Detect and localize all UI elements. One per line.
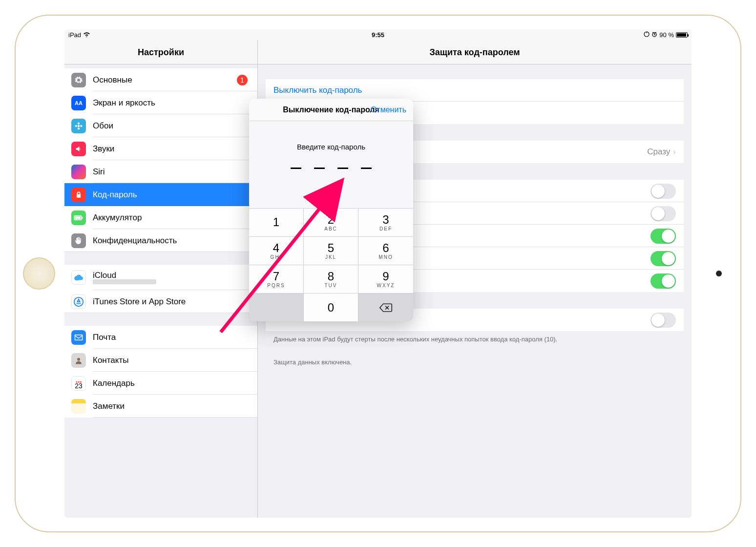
- alarm-icon: [651, 31, 657, 39]
- status-bar: iPad 9:55 90 %: [64, 29, 692, 40]
- key-4[interactable]: 4GHI: [249, 236, 304, 265]
- cloud-icon: [71, 270, 86, 285]
- svg-point-4: [78, 127, 80, 130]
- sidebar-item-mail[interactable]: Почта: [64, 326, 257, 349]
- appstore-icon: [71, 295, 86, 309]
- sidebar-item-itunes[interactable]: iTunes Store и App Store: [64, 290, 257, 313]
- sidebar-item-label: Экран и яркость: [93, 98, 155, 108]
- link-label: Выключить код-пароль: [273, 85, 362, 95]
- switch[interactable]: [651, 229, 676, 244]
- sidebar-item-battery[interactable]: Аккумулятор: [64, 206, 257, 229]
- sidebar-item-label: Конфиденциальность: [93, 236, 177, 246]
- sidebar-item-general[interactable]: Основные 1: [64, 68, 257, 91]
- detail-title: Защита код-паролем: [258, 40, 692, 64]
- key-blank: [249, 293, 304, 321]
- battery-icon: [71, 210, 86, 225]
- sidebar-item-label: Аккумулятор: [93, 213, 142, 223]
- footnote-protection: Защита данных включена.: [258, 354, 692, 370]
- battery-pct: 90 %: [659, 31, 674, 39]
- backspace-icon: [379, 303, 393, 313]
- key-0[interactable]: 0: [304, 293, 358, 321]
- carrier-label: iPad: [68, 31, 81, 39]
- sidebar-item-sounds[interactable]: Звуки: [64, 137, 257, 160]
- sidebar-item-label: iCloud: [93, 271, 156, 280]
- wifi-icon: [83, 31, 90, 39]
- sidebar-item-label: Заметки: [93, 401, 125, 411]
- sidebar-item-contacts[interactable]: Контакты: [64, 349, 257, 372]
- key-2[interactable]: 2ABC: [304, 208, 358, 236]
- svg-point-5: [75, 125, 78, 127]
- sidebar-item-calendar[interactable]: ●●●23 Календарь: [64, 372, 257, 395]
- mail-icon: [71, 330, 86, 345]
- icloud-account: [93, 279, 156, 284]
- sidebar-item-label: Контакты: [93, 356, 128, 365]
- sidebar-item-siri[interactable]: Siri: [64, 160, 257, 183]
- switch[interactable]: [651, 251, 676, 266]
- switch[interactable]: [651, 184, 676, 199]
- sidebar-item-label: Обои: [93, 121, 113, 131]
- key-3[interactable]: 3DEF: [358, 208, 413, 236]
- sidebar-item-label: Основные: [93, 75, 132, 85]
- svg-rect-9: [82, 217, 83, 218]
- svg-point-2: [78, 125, 80, 127]
- modal-header: Выключение код-пароля Отменить: [249, 99, 413, 121]
- badge: 1: [237, 75, 248, 85]
- passcode-modal: Выключение код-пароля Отменить Введите к…: [249, 99, 413, 321]
- screen: iPad 9:55 90 % Настройки: [64, 29, 692, 518]
- sidebar-item-icloud[interactable]: iCloud: [64, 265, 257, 290]
- rotation-lock-icon: [644, 31, 650, 39]
- sidebar-title: Настройки: [64, 40, 257, 64]
- calendar-icon: ●●●23: [71, 376, 86, 391]
- sidebar-item-label: Календарь: [93, 379, 135, 388]
- speaker-icon: [71, 142, 86, 156]
- switch[interactable]: [651, 274, 676, 289]
- home-button[interactable]: [23, 257, 55, 290]
- switch[interactable]: [651, 313, 676, 328]
- sidebar-item-display[interactable]: AA Экран и яркость: [64, 91, 257, 114]
- row-value: Сразу: [647, 147, 670, 156]
- svg-point-12: [77, 358, 80, 360]
- sidebar-item-label: Siri: [93, 167, 105, 177]
- sidebar-item-label: Код-пароль: [93, 190, 137, 200]
- passcode-field: [249, 168, 413, 169]
- svg-point-6: [80, 125, 83, 127]
- front-camera: [716, 271, 722, 276]
- modal-title: Выключение код-пароля: [283, 105, 379, 114]
- key-backspace[interactable]: [358, 293, 413, 321]
- switch[interactable]: [651, 206, 676, 221]
- battery-icon: [676, 32, 688, 38]
- sidebar-item-passcode[interactable]: Код-пароль: [64, 183, 257, 206]
- footnote-erase: Данные на этом iPad будут стерты после н…: [258, 331, 692, 347]
- siri-icon: [71, 165, 86, 179]
- cancel-button[interactable]: Отменить: [371, 105, 406, 114]
- key-1[interactable]: 1: [249, 208, 304, 236]
- sidebar-item-privacy[interactable]: Конфиденциальность: [64, 229, 257, 252]
- settings-sidebar: Настройки Основные 1 AA Экран и яркость: [64, 40, 258, 518]
- key-6[interactable]: 6MNO: [358, 236, 413, 265]
- sidebar-item-wallpaper[interactable]: Обои: [64, 114, 257, 137]
- gear-icon: [71, 73, 86, 87]
- modal-prompt: Введите код-пароль: [249, 143, 413, 151]
- clock: 9:55: [372, 31, 384, 39]
- sidebar-item-label: iTunes Store и App Store: [93, 297, 186, 307]
- svg-rect-8: [75, 216, 81, 219]
- notes-icon: [71, 399, 86, 414]
- chevron-right-icon: ›: [673, 147, 676, 156]
- lock-icon: [71, 188, 86, 202]
- sidebar-item-label: Почта: [93, 333, 116, 342]
- text-size-icon: AA: [71, 96, 86, 110]
- hand-icon: [71, 233, 86, 248]
- key-8[interactable]: 8TUV: [304, 265, 358, 293]
- key-7[interactable]: 7PQRS: [249, 265, 304, 293]
- svg-point-3: [78, 122, 80, 125]
- ipad-frame: iPad 9:55 90 % Настройки: [15, 15, 741, 532]
- keypad: 1 2ABC 3DEF 4GHI 5JKL 6MNO 7PQRS 8TUV 9W…: [249, 208, 413, 321]
- key-5[interactable]: 5JKL: [304, 236, 358, 265]
- contacts-icon: [71, 353, 86, 368]
- sidebar-item-label: Звуки: [93, 144, 114, 154]
- flower-icon: [71, 119, 86, 133]
- key-9[interactable]: 9WXYZ: [358, 265, 413, 293]
- sidebar-item-notes[interactable]: Заметки: [64, 395, 257, 418]
